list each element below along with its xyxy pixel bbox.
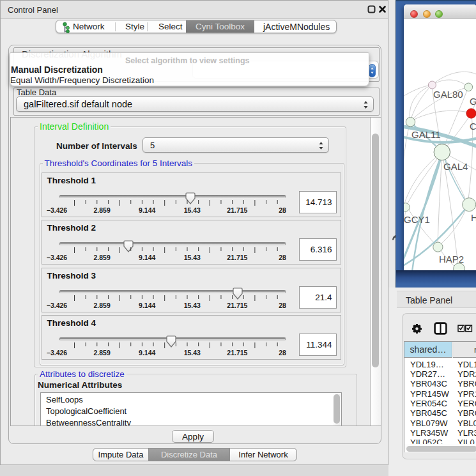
svg-text:C: C bbox=[470, 121, 476, 132]
svg-text:GCY1: GCY1 bbox=[404, 214, 430, 225]
svg-text:GAL11: GAL11 bbox=[411, 129, 441, 140]
svg-text:G.: G. bbox=[470, 96, 476, 107]
svg-text:GAL80: GAL80 bbox=[433, 89, 463, 100]
svg-text:GAL4: GAL4 bbox=[443, 161, 468, 172]
svg-text:HAP2: HAP2 bbox=[439, 254, 464, 265]
svg-text:H: H bbox=[471, 212, 476, 223]
